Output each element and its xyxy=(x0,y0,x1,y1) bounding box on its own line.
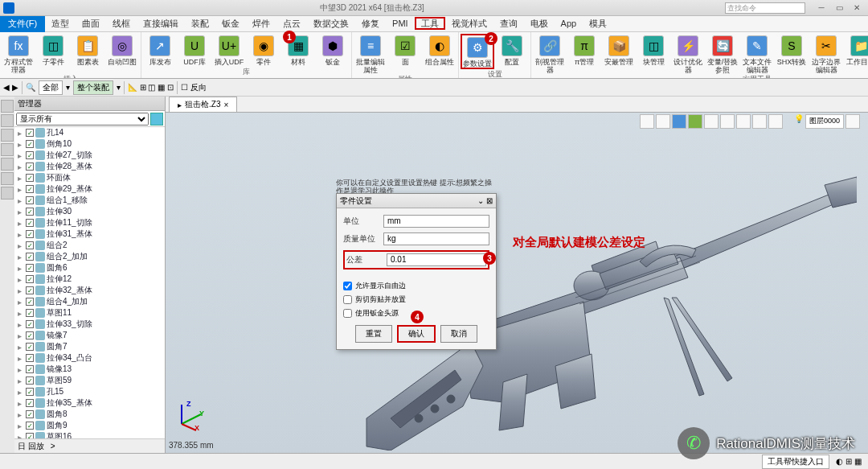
tree-checkbox[interactable]: ✓ xyxy=(26,365,34,373)
tree-checkbox[interactable]: ✓ xyxy=(26,275,34,283)
close-button[interactable]: ✕ xyxy=(849,2,865,14)
tool-1[interactable] xyxy=(1,100,14,113)
tree-item[interactable]: ▸✓镜像13 xyxy=(14,364,165,375)
tree-checkbox[interactable]: ✓ xyxy=(26,163,34,171)
viewport-tab[interactable]: ▸狙击枪.Z3× xyxy=(169,97,237,112)
tab-close-icon[interactable]: × xyxy=(223,101,228,109)
tree-item[interactable]: ▸✓拉伸31_基体 xyxy=(14,228,165,240)
unit-dropdown[interactable]: mm xyxy=(383,215,489,228)
ok-button[interactable]: 确认 xyxy=(397,325,436,343)
tool-3[interactable] xyxy=(1,129,14,142)
tree-checkbox[interactable]: ✓ xyxy=(26,129,34,137)
tree-checkbox[interactable]: ✓ xyxy=(26,320,34,328)
menu-PMI[interactable]: PMI xyxy=(386,17,415,30)
tree-item[interactable]: ▸✓孔14 xyxy=(14,127,165,138)
tree-item[interactable]: ▸✓圆角8 xyxy=(14,409,165,420)
free-edge-checkbox[interactable] xyxy=(343,282,352,290)
ribbon-工作目录[interactable]: 📁工作目录 xyxy=(844,34,868,74)
tree-item[interactable]: ▸✓拉伸32_基体 xyxy=(14,285,165,296)
tree-item[interactable]: ▸✓环面体 xyxy=(14,172,165,183)
tool-4[interactable] xyxy=(1,143,14,156)
tree-item[interactable]: ▸✓组合2_加加 xyxy=(14,251,165,262)
minimize-button[interactable]: ─ xyxy=(813,2,829,14)
ribbon-图素表[interactable]: 📋图素表 xyxy=(71,34,104,74)
ribbon-库发布[interactable]: ↗库发布 xyxy=(143,34,177,67)
tree-checkbox[interactable]: ✓ xyxy=(26,196,34,204)
tree-item[interactable]: ▸✓圆角6 xyxy=(14,262,165,274)
layer-display[interactable]: 图层0000 xyxy=(805,114,844,129)
tree-checkbox[interactable]: ✓ xyxy=(26,376,34,385)
tree-item[interactable]: ▸✓组合2 xyxy=(14,240,165,251)
ribbon-SHX转换[interactable]: SSHX转换 xyxy=(775,34,809,74)
ribbon-安最管理[interactable]: 📦安最管理 xyxy=(602,34,636,74)
tree-checkbox[interactable]: ✓ xyxy=(26,433,34,438)
menu-电极[interactable]: 电极 xyxy=(524,17,555,30)
menu-造型[interactable]: 造型 xyxy=(45,17,76,30)
ribbon-方程式管理器[interactable]: fx方程式管理器 xyxy=(2,34,35,74)
tree-item[interactable]: ▸✓草图16 xyxy=(14,431,165,438)
tree-item[interactable]: ▸✓倒角10 xyxy=(14,138,165,150)
tree-checkbox[interactable]: ✓ xyxy=(26,422,34,430)
tool-5[interactable] xyxy=(1,158,14,171)
tree-filter-dropdown[interactable]: 显示所有 xyxy=(16,113,149,125)
ribbon-块管理[interactable]: ◫块管理 xyxy=(637,34,670,74)
tree-checkbox[interactable]: ✓ xyxy=(26,151,34,159)
tree-checkbox[interactable]: ✓ xyxy=(26,219,34,227)
vp-btn[interactable] xyxy=(640,114,654,129)
ribbon-插入UDF[interactable]: U+插入UDF xyxy=(212,34,246,67)
reverse-checkbox[interactable]: ☐ 反向 xyxy=(181,82,207,93)
tree-checkbox[interactable]: ✓ xyxy=(26,264,34,272)
tree-item[interactable]: ▸✓拉伸29_基体 xyxy=(14,183,165,195)
ribbon-文本文件编辑器[interactable]: ✎文本文件编辑器 xyxy=(740,34,774,74)
tree-item[interactable]: ▸✓拉伸35_基体 xyxy=(14,397,165,409)
tree-checkbox[interactable]: ✓ xyxy=(26,298,34,306)
cancel-button[interactable]: 取消 xyxy=(440,325,477,343)
sheetmetal-checkbox[interactable] xyxy=(343,309,352,318)
ribbon-面[interactable]: ☑面 xyxy=(388,34,422,74)
tree-checkbox[interactable]: ✓ xyxy=(26,354,34,362)
replay-next-button[interactable]: > xyxy=(51,442,55,450)
tool-6[interactable] xyxy=(1,172,14,185)
menu-模具[interactable]: 模具 xyxy=(583,17,613,30)
tool-7[interactable] xyxy=(1,187,14,200)
tree-checkbox[interactable]: ✓ xyxy=(26,253,34,261)
filter-icon[interactable] xyxy=(150,113,163,125)
menu-查询[interactable]: 查询 xyxy=(493,17,524,30)
menu-修复[interactable]: 修复 xyxy=(355,17,386,30)
ribbon-剖视管理器[interactable]: 🔗剖视管理器 xyxy=(533,34,567,74)
tree-item[interactable]: ▸✓圆角9 xyxy=(14,420,165,431)
tree-item[interactable]: ▸✓拉伸27_切除 xyxy=(14,150,165,161)
tree-item[interactable]: ▸✓草图11 xyxy=(14,307,165,319)
filter-all-dropdown[interactable]: 全部 xyxy=(39,80,63,95)
vp-btn[interactable] xyxy=(845,114,860,129)
tree-checkbox[interactable]: ✓ xyxy=(26,140,34,148)
feature-tree-list[interactable]: ▸✓孔14▸✓倒角10▸✓拉伸27_切除▸✓拉伸28_基体▸✓环面体▸✓拉伸29… xyxy=(14,127,165,438)
tree-checkbox[interactable]: ✓ xyxy=(26,174,34,182)
tree-item[interactable]: ▸✓拉伸34_凸台 xyxy=(14,352,165,364)
tree-checkbox[interactable]: ✓ xyxy=(26,410,34,418)
tree-item[interactable]: ▸✓孔15 xyxy=(14,386,165,397)
menu-装配[interactable]: 装配 xyxy=(185,17,215,30)
tree-item[interactable]: ▸✓镜像7 xyxy=(14,330,165,341)
tree-item[interactable]: ▸✓草图59 xyxy=(14,375,165,386)
tree-checkbox[interactable]: ✓ xyxy=(26,399,34,407)
menu-点云[interactable]: 点云 xyxy=(276,17,307,30)
tree-item[interactable]: ▸✓圆角7 xyxy=(14,341,165,352)
tree-checkbox[interactable]: ✓ xyxy=(26,343,34,351)
vp-btn[interactable] xyxy=(768,114,783,129)
ribbon-边字边界编辑器[interactable]: ✂边字边界编辑器 xyxy=(809,34,843,74)
ribbon-批量编辑属性[interactable]: ≡批量编辑属性 xyxy=(354,34,387,74)
ribbon-钣金[interactable]: ⬢钣金 xyxy=(316,34,350,67)
command-search-input[interactable]: 查找命令 xyxy=(725,2,805,14)
menu-App[interactable]: App xyxy=(555,17,583,30)
menu-焊件[interactable]: 焊件 xyxy=(246,17,276,30)
ribbon-组合属性[interactable]: ◐组合属性 xyxy=(423,34,457,74)
vp-btn[interactable] xyxy=(720,114,735,129)
ribbon-零件[interactable]: ◉零件 xyxy=(247,34,280,67)
tree-item[interactable]: ▸✓拉伸11_切除 xyxy=(14,217,165,228)
vp-btn[interactable] xyxy=(752,114,767,129)
reset-button[interactable]: 重置 xyxy=(355,325,392,343)
menu-工具[interactable]: 工具 xyxy=(415,17,445,30)
menu-直接编辑[interactable]: 直接编辑 xyxy=(137,17,185,30)
tree-item[interactable]: ▸✓拉伸28_基体 xyxy=(14,161,165,172)
